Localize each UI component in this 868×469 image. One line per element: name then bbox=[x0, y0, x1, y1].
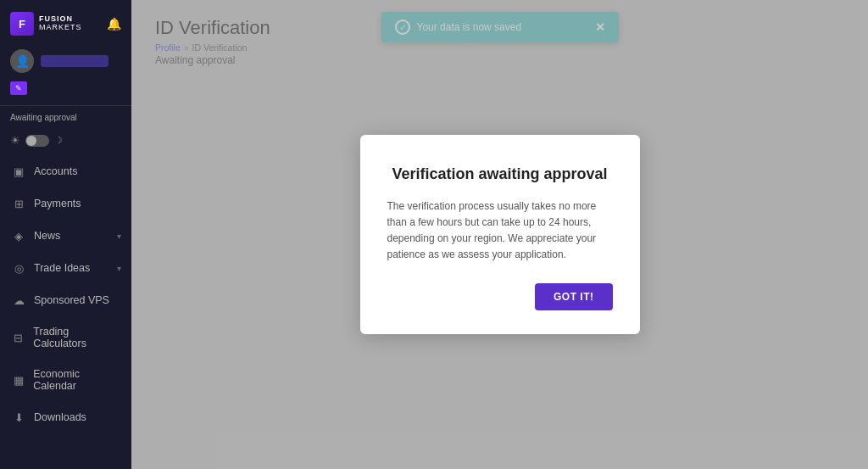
moon-icon: ☽ bbox=[54, 135, 63, 146]
accounts-icon: ▣ bbox=[12, 165, 25, 178]
sidebar-item-label: Sponsored VPS bbox=[34, 294, 109, 306]
sidebar-item-economic-calendar[interactable]: ▦ Economic Calendar bbox=[0, 359, 131, 401]
downloads-icon: ⬇ bbox=[12, 410, 25, 424]
user-name-bar bbox=[41, 55, 108, 67]
payments-icon: ⊞ bbox=[12, 197, 25, 210]
trading-calculators-icon: ⊟ bbox=[12, 331, 25, 344]
chevron-down-icon: ▾ bbox=[117, 264, 121, 273]
logo-area: F FUSION MARKETS bbox=[10, 12, 82, 36]
sidebar-header: F FUSION MARKETS 🔔 bbox=[0, 0, 131, 44]
sidebar-item-label: Payments bbox=[34, 198, 81, 209]
awaiting-approval-label: Awaiting approval bbox=[0, 109, 131, 129]
modal-card: Verification awaiting approval The verif… bbox=[360, 135, 640, 335]
modal-title: Verification awaiting approval bbox=[387, 165, 613, 183]
sidebar-item-label: Accounts bbox=[34, 165, 77, 177]
sidebar-item-label: News bbox=[34, 230, 60, 242]
sponsored-vps-icon: ☁ bbox=[12, 293, 25, 307]
sidebar-item-label: Economic Calendar bbox=[33, 368, 121, 392]
notification-bell-icon[interactable]: 🔔 bbox=[107, 17, 121, 31]
sidebar-item-label: Downloads bbox=[34, 411, 86, 423]
sidebar: F FUSION MARKETS 🔔 👤 ✎ Awaiting approval… bbox=[0, 0, 131, 469]
sidebar-item-accounts[interactable]: ▣ Accounts bbox=[0, 155, 131, 187]
sun-icon: ☀ bbox=[10, 134, 20, 147]
user-area: 👤 bbox=[0, 44, 131, 78]
purple-icon-area: ✎ bbox=[0, 78, 131, 102]
modal-body-text: The verification process usually takes n… bbox=[387, 198, 613, 264]
sidebar-item-downloads[interactable]: ⬇ Downloads bbox=[0, 401, 131, 433]
news-icon: ◈ bbox=[12, 229, 25, 243]
toggle-knob bbox=[26, 136, 36, 146]
theme-toggle-switch[interactable] bbox=[25, 135, 49, 147]
sidebar-item-trading-calculators[interactable]: ⊟ Trading Calculators bbox=[0, 316, 131, 359]
modal-actions: GOT IT! bbox=[387, 283, 613, 310]
sidebar-item-trade-ideas[interactable]: ◎ Trade Ideas ▾ bbox=[0, 252, 131, 284]
sidebar-item-news[interactable]: ◈ News ▾ bbox=[0, 220, 131, 252]
chevron-down-icon: ▾ bbox=[117, 232, 121, 241]
logo-icon: F bbox=[10, 12, 34, 36]
sidebar-item-label: Trade Ideas bbox=[34, 262, 90, 274]
avatar: 👤 bbox=[10, 49, 34, 73]
main-content: ✓ Your data is now saved ✕ ID Verificati… bbox=[131, 0, 868, 469]
sidebar-item-payments[interactable]: ⊞ Payments bbox=[0, 187, 131, 220]
got-it-button[interactable]: GOT IT! bbox=[535, 283, 613, 310]
economic-calendar-icon: ▦ bbox=[12, 373, 25, 387]
edit-icon[interactable]: ✎ bbox=[10, 81, 27, 95]
modal-backdrop: Verification awaiting approval The verif… bbox=[131, 0, 868, 469]
sidebar-divider bbox=[0, 105, 131, 106]
trade-ideas-icon: ◎ bbox=[12, 261, 25, 275]
nav-section: ▣ Accounts ⊞ Payments ◈ News ▾ ◎ Trade I… bbox=[0, 155, 131, 469]
sidebar-item-label: Trading Calculators bbox=[33, 326, 121, 349]
sidebar-item-sponsored-vps[interactable]: ☁ Sponsored VPS bbox=[0, 284, 131, 316]
theme-toggle-area: ☀ ☽ bbox=[0, 129, 131, 155]
logo-text: FUSION MARKETS bbox=[39, 15, 82, 32]
